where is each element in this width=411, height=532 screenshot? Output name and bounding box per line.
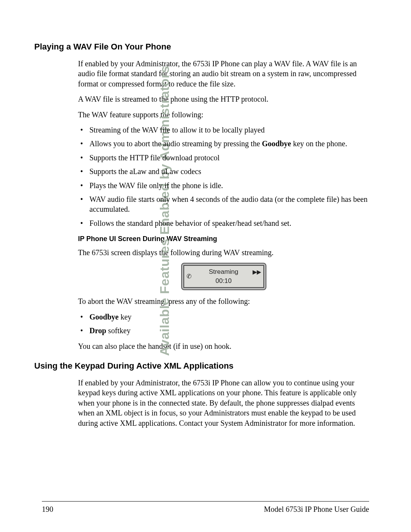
page-number: 190 bbox=[42, 505, 53, 514]
lcd-outer-frame: ✆ ▶▶ Streaming 00:10 bbox=[181, 263, 266, 290]
list-item: Goodbye key bbox=[78, 312, 369, 322]
paragraph: If enabled by your Administrator, the 67… bbox=[78, 59, 369, 89]
footer-rule bbox=[42, 501, 369, 502]
page-footer: 190 Model 6753i IP Phone User Guide bbox=[42, 505, 369, 514]
lcd-screen: ✆ ▶▶ Streaming 00:10 bbox=[183, 265, 264, 288]
paragraph: To abort the WAV streaming, press any of… bbox=[78, 296, 369, 306]
lcd-figure: ✆ ▶▶ Streaming 00:10 bbox=[78, 263, 369, 290]
list-item: Drop softkey bbox=[78, 326, 369, 335]
list-item: WAV audio file starts only when 4 second… bbox=[78, 194, 369, 214]
list-item: Supports the HTTP file download protocol bbox=[78, 153, 369, 163]
list-item: Streaming of the WAV file to allow it to… bbox=[78, 125, 369, 135]
section-heading-keypad: Using the Keypad During Active XML Appli… bbox=[34, 361, 369, 371]
fast-forward-icon: ▶▶ bbox=[253, 269, 261, 275]
paragraph: You can also place the handset (if in us… bbox=[78, 341, 369, 351]
paragraph: The WAV feature supports the following: bbox=[78, 110, 369, 120]
list-item: Supports the aLaw and uLaw codecs bbox=[78, 166, 369, 176]
paragraph: If enabled by your Administrator, the 67… bbox=[78, 378, 369, 428]
paragraph: A WAV file is streamed to the phone usin… bbox=[78, 94, 369, 104]
document-page: Available Features Enabled by Administra… bbox=[0, 0, 411, 532]
lcd-line-1: Streaming bbox=[184, 266, 263, 276]
abort-bullet-list: Goodbye key Drop softkey bbox=[78, 312, 369, 336]
list-item: Plays the WAV file only if the phone is … bbox=[78, 181, 369, 190]
list-item: Allows you to abort the audio streaming … bbox=[78, 139, 369, 149]
section-heading-wav: Playing a WAV File On Your Phone bbox=[34, 42, 369, 52]
guide-title: Model 6753i IP Phone User Guide bbox=[264, 505, 369, 514]
lcd-line-2: 00:10 bbox=[184, 276, 263, 285]
paragraph: The 6753i screen displays the following … bbox=[78, 248, 369, 257]
list-item: Follows the standard phone behavior of s… bbox=[78, 218, 369, 228]
phone-handset-icon: ✆ bbox=[186, 273, 191, 280]
feature-bullet-list: Streaming of the WAV file to allow it to… bbox=[78, 125, 369, 228]
subsection-heading-ui-screen: IP Phone UI Screen During WAV Streaming bbox=[78, 235, 369, 243]
